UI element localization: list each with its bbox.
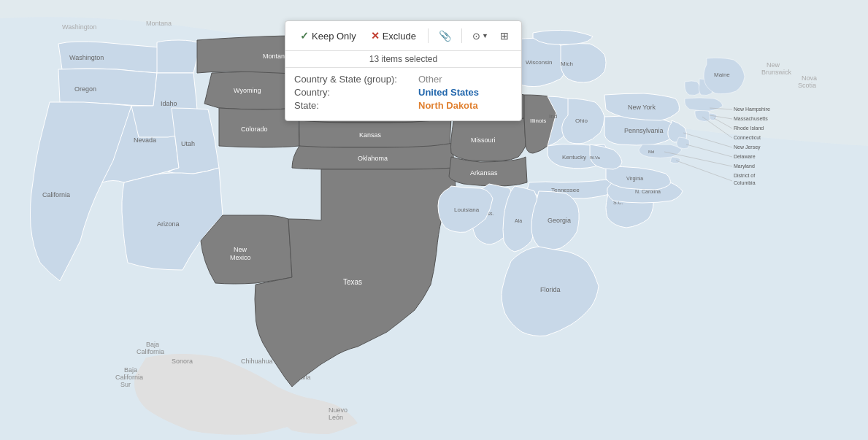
svg-text:Chihuahua: Chihuahua (241, 358, 273, 365)
svg-text:W.Va: W.Va (590, 155, 601, 160)
svg-text:Scotia: Scotia (798, 82, 816, 89)
svg-text:New Jersey: New Jersey (734, 144, 761, 150)
svg-text:Sur: Sur (120, 381, 131, 388)
svg-text:Pennsylvania: Pennsylvania (624, 127, 664, 134)
svg-text:Oregon: Oregon (74, 85, 96, 93)
keep-only-button[interactable]: ✓ Keep Only (294, 27, 362, 45)
svg-text:León: León (329, 414, 343, 421)
svg-text:Massachusetts: Massachusetts (734, 116, 768, 121)
tooltip-body: Country & State (group): Other Country: … (285, 68, 521, 120)
svg-text:Columbia: Columbia (734, 180, 756, 185)
svg-text:Kentucky: Kentucky (562, 154, 586, 161)
svg-text:Nuevo: Nuevo (329, 406, 347, 414)
svg-text:Ind: Ind (549, 113, 557, 120)
svg-text:Missouri: Missouri (471, 136, 496, 144)
paperclip-icon: 📎 (439, 30, 451, 42)
group-value: Other (418, 74, 442, 85)
svg-text:Mich: Mich (561, 61, 573, 67)
link-icon: ⊙ (472, 31, 480, 42)
svg-text:New: New (767, 61, 780, 69)
exclude-label: Exclude (383, 31, 416, 42)
svg-text:Baja: Baja (124, 366, 137, 374)
svg-text:Maryland: Maryland (734, 163, 755, 169)
svg-text:California: California (42, 191, 70, 198)
info-row-state: State: North Dakota (294, 100, 512, 111)
svg-text:New York: New York (628, 104, 656, 111)
keep-only-label: Keep Only (312, 31, 356, 42)
svg-text:Sonora: Sonora (172, 358, 193, 365)
svg-text:Nova: Nova (802, 74, 817, 82)
svg-text:Wyoming: Wyoming (234, 87, 261, 94)
svg-text:New: New (234, 246, 247, 253)
info-row-group: Country & State (group): Other (294, 74, 512, 85)
tooltip-toolbar: ✓ Keep Only ✕ Exclude 📎 ⊙ ▼ ⊞ (285, 21, 521, 51)
svg-text:Colorado: Colorado (241, 126, 268, 133)
separator-2 (461, 28, 462, 43)
svg-text:New Hampshire: New Hampshire (734, 107, 770, 112)
svg-text:Ohio: Ohio (575, 117, 588, 124)
svg-text:Georgia: Georgia (548, 217, 571, 224)
svg-text:Wisconsin: Wisconsin (526, 59, 552, 66)
checkmark-icon: ✓ (300, 30, 309, 42)
svg-text:Utah: Utah (181, 140, 195, 147)
svg-text:Arkansas: Arkansas (470, 169, 498, 177)
svg-text:Washington: Washington (62, 23, 96, 31)
svg-text:Oklahoma: Oklahoma (358, 155, 388, 162)
state-label: State: (294, 100, 418, 111)
grid-button[interactable]: ⊞ (496, 27, 512, 45)
dropdown-arrow-icon: ▼ (482, 32, 488, 39)
exclude-button[interactable]: ✕ Exclude (365, 27, 422, 45)
selected-count-text: 13 items selected (369, 54, 437, 64)
x-icon: ✕ (371, 30, 380, 42)
group-label: Country & State (group): (294, 74, 418, 85)
svg-text:Washington: Washington (69, 54, 104, 61)
svg-text:Louisiana: Louisiana (454, 207, 480, 213)
svg-text:Delaware: Delaware (734, 154, 756, 159)
link-dropdown-button[interactable]: ⊙ ▼ (468, 28, 493, 45)
svg-text:Illinois: Illinois (530, 117, 546, 124)
info-row-country: Country: United States (294, 87, 512, 98)
grid-icon: ⊞ (500, 30, 508, 42)
country-label: Country: (294, 87, 418, 98)
svg-text:Idaho: Idaho (161, 100, 177, 107)
svg-text:Mexico: Mexico (230, 254, 251, 261)
svg-text:Rhode Island: Rhode Island (734, 126, 764, 131)
svg-text:Virginia: Virginia (626, 176, 643, 182)
selection-tooltip: ✓ Keep Only ✕ Exclude 📎 ⊙ ▼ ⊞ 13 items s… (285, 20, 522, 121)
country-value: United States (418, 87, 479, 98)
svg-text:District of: District of (734, 173, 755, 178)
state-value: North Dakota (418, 100, 478, 111)
map-container: Baja California Sur Sonora Chihuahua Coa… (0, 0, 868, 440)
svg-text:Arizona: Arizona (157, 220, 180, 228)
svg-text:Md: Md (648, 150, 654, 154)
svg-text:Texas: Texas (343, 278, 362, 286)
clip-button[interactable]: 📎 (434, 27, 456, 45)
svg-text:California: California (115, 374, 143, 381)
svg-text:Montana: Montana (146, 20, 172, 27)
svg-text:Ala: Ala (515, 218, 522, 223)
svg-text:Maine: Maine (714, 72, 730, 78)
svg-text:California: California (137, 348, 164, 355)
separator-1 (428, 28, 429, 43)
svg-text:Kansas: Kansas (359, 131, 382, 139)
svg-text:Florida: Florida (540, 286, 561, 293)
svg-text:Brunswick: Brunswick (761, 69, 792, 76)
svg-text:Connecticut: Connecticut (734, 135, 761, 140)
svg-text:Baja: Baja (146, 341, 159, 348)
selected-count: 13 items selected (285, 51, 521, 68)
